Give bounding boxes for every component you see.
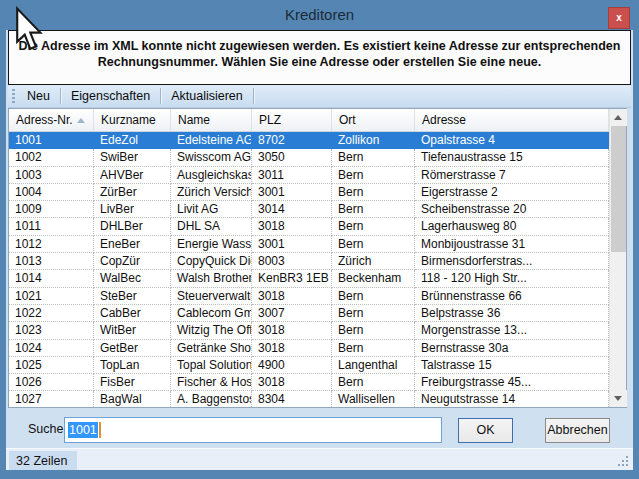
table-cell: Birmensdorferstras...: [415, 253, 609, 270]
down-arrow-icon: [614, 396, 622, 401]
table-row[interactable]: 1025TopLanTopal Solutions AG4900Langenth…: [9, 357, 609, 374]
table-row[interactable]: 1014WalBecWalsh BrothersKenBR3 1EBBecken…: [9, 270, 609, 287]
table-cell: FisBer: [94, 374, 171, 391]
table-cell: DHL SA: [171, 218, 252, 235]
table-row[interactable]: 1004ZürBerZürich Versicheru...3001BernEi…: [9, 184, 609, 201]
table-cell: 3018: [252, 374, 332, 391]
table-cell: Energie Wasser ...: [171, 236, 252, 253]
table-body: 1001EdeZolEdelsteine AG8702ZollikonOpals…: [9, 132, 609, 407]
table-row[interactable]: 1027BagWalA. Baggenstos AG8304Walliselle…: [9, 391, 609, 407]
table-row[interactable]: 1001EdeZolEdelsteine AG8702ZollikonOpals…: [9, 132, 609, 149]
table-cell: Walsh Brothers: [171, 270, 252, 287]
table-row[interactable]: 1022CabBerCablecom GmbH3007BernBelpstras…: [9, 305, 609, 322]
mouse-cursor-icon: [14, 6, 44, 54]
table-cell: Bern: [332, 218, 415, 235]
message-box: Die Adresse im XML konnte nicht zugewies…: [8, 30, 631, 85]
table-cell: 3011: [252, 167, 332, 184]
column-header-4[interactable]: Ort: [332, 109, 415, 131]
table-cell: 3018: [252, 218, 332, 235]
column-header-label: PLZ: [259, 113, 281, 127]
column-header-2[interactable]: Name: [171, 109, 252, 131]
table-cell: Talstrasse 15: [415, 357, 609, 374]
table-cell: KenBR3 1EB: [252, 270, 332, 287]
table-cell: Bern: [332, 288, 415, 305]
table-row[interactable]: 1023WitBerWitzig The Office...3018BernMo…: [9, 322, 609, 339]
table-cell: Lagerhausweg 80: [415, 218, 609, 235]
table-row[interactable]: 1003AHVBerAusgleichskasse ...3011BernRöm…: [9, 167, 609, 184]
table-cell: 1002: [9, 149, 94, 166]
table-cell: A. Baggenstos AG: [171, 391, 252, 407]
toolbar-separator: [253, 88, 254, 104]
toolbar-button-neu[interactable]: Neu: [18, 85, 59, 107]
table-cell: Livit AG: [171, 201, 252, 218]
table-cell: Freiburgstrasse 45...: [415, 374, 609, 391]
message-line-1: Die Adresse im XML konnte nicht zugewies…: [9, 38, 630, 54]
ok-button[interactable]: OK: [458, 418, 513, 443]
table-cell: Zollikon: [332, 132, 415, 149]
table-cell: 3018: [252, 288, 332, 305]
toolbar-separator: [60, 88, 61, 104]
table-cell: 1021: [9, 288, 94, 305]
resize-grip-icon[interactable]: [617, 455, 628, 466]
address-table: Adress-Nr.KurznameNamePLZOrtAdresse 1001…: [8, 108, 627, 408]
text-caret: [99, 422, 101, 438]
table-cell: AHVBer: [94, 167, 171, 184]
table-row[interactable]: 1021SteBerSteuerverwaltung...3018BernBrü…: [9, 288, 609, 305]
column-header-0[interactable]: Adress-Nr.: [9, 109, 94, 131]
table-cell: Bern: [332, 322, 415, 339]
table-cell: Bern: [332, 184, 415, 201]
column-header-label: Adresse: [422, 113, 466, 127]
scrollbar-up-button[interactable]: [610, 109, 627, 126]
toolbar-button-aktualisieren[interactable]: Aktualisieren: [162, 85, 252, 107]
table-row[interactable]: 1011DHLBerDHL SA3018BernLagerhausweg 80: [9, 218, 609, 235]
table-cell: Edelsteine AG: [171, 132, 252, 149]
table-cell: Bern: [332, 236, 415, 253]
vertical-scrollbar[interactable]: [609, 109, 626, 407]
table-cell: CopZür: [94, 253, 171, 270]
table-cell: Steuerverwaltung...: [171, 288, 252, 305]
table-cell: 1009: [9, 201, 94, 218]
table-cell: Eigerstrasse 2: [415, 184, 609, 201]
table-cell: Topal Solutions AG: [171, 357, 252, 374]
table-cell: 3014: [252, 201, 332, 218]
table-cell: Bern: [332, 340, 415, 357]
search-input-selected-text: 1001: [68, 422, 98, 438]
search-input[interactable]: 1001: [64, 417, 442, 443]
cancel-button[interactable]: Abbrechen: [545, 418, 610, 443]
column-header-5[interactable]: Adresse: [415, 109, 609, 131]
table-cell: EdeZol: [94, 132, 171, 149]
table-cell: CabBer: [94, 305, 171, 322]
table-cell: 118 - 120 High Str...: [415, 270, 609, 287]
close-icon[interactable]: x: [608, 7, 630, 29]
table-cell: Opalstrasse 4: [415, 132, 609, 149]
toolbar-grip-icon[interactable]: [12, 89, 15, 103]
table-cell: Morgenstrasse 13...: [415, 322, 609, 339]
search-label: Suche: [28, 422, 63, 436]
table-cell: WitBer: [94, 322, 171, 339]
table-cell: Brünnenstrasse 66: [415, 288, 609, 305]
table-row[interactable]: 1002SwiBerSwisscom AG3050BernTiefenaustr…: [9, 149, 609, 166]
table-cell: Getränke Shop B...: [171, 340, 252, 357]
table-cell: 1022: [9, 305, 94, 322]
table-row[interactable]: 1009LivBerLivit AG3014BernScheibenstrass…: [9, 201, 609, 218]
scrollbar-down-button[interactable]: [610, 390, 627, 407]
table-row[interactable]: 1013CopZürCopyQuick Digital...8003Zürich…: [9, 253, 609, 270]
table-row[interactable]: 1012EneBerEnergie Wasser ...3001BernMonb…: [9, 236, 609, 253]
table-row[interactable]: 1026FisBerFischer & Hostettl...3018BernF…: [9, 374, 609, 391]
table-cell: TopLan: [94, 357, 171, 374]
table-cell: 1027: [9, 391, 94, 407]
table-cell: Bern: [332, 374, 415, 391]
scrollbar-thumb[interactable]: [611, 126, 626, 252]
row-count-status: 32 Zeilen: [9, 451, 77, 470]
title-bar[interactable]: Kreditoren x: [0, 0, 639, 30]
table-cell: Ausgleichskasse ...: [171, 167, 252, 184]
table-cell: Belpstrasse 36: [415, 305, 609, 322]
table-cell: Cablecom GmbH: [171, 305, 252, 322]
table-cell: CopyQuick Digital...: [171, 253, 252, 270]
column-header-3[interactable]: PLZ: [252, 109, 332, 131]
toolbar-button-eigenschaften[interactable]: Eigenschaften: [62, 85, 159, 107]
table-cell: 4900: [252, 357, 332, 374]
table-row[interactable]: 1024GetBerGetränke Shop B...3018BernBern…: [9, 340, 609, 357]
column-header-1[interactable]: Kurzname: [94, 109, 171, 131]
table-cell: 8003: [252, 253, 332, 270]
